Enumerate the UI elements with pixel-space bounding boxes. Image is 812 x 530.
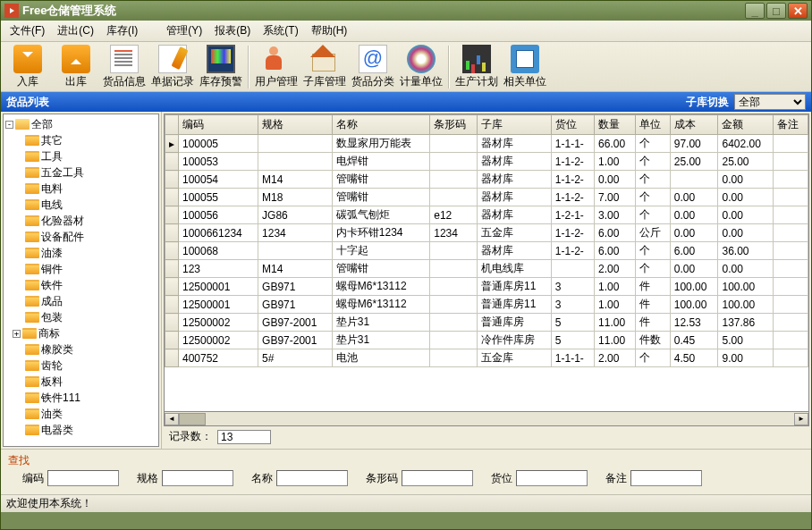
cell[interactable]: 数显家用万能表 bbox=[332, 135, 429, 153]
cell[interactable]: 件 bbox=[635, 314, 670, 332]
cell[interactable]: 个 bbox=[635, 206, 670, 224]
cell[interactable]: e12 bbox=[430, 206, 478, 224]
cell[interactable] bbox=[430, 314, 478, 332]
cell[interactable]: 3.00 bbox=[595, 206, 636, 224]
tree-node[interactable]: 五金工具 bbox=[5, 164, 156, 181]
cell[interactable]: JG86 bbox=[258, 206, 333, 224]
cell[interactable]: 6.00 bbox=[670, 242, 718, 260]
cell[interactable]: 5.00 bbox=[718, 332, 774, 349]
cell[interactable]: 电焊钳 bbox=[332, 153, 429, 171]
table-row[interactable]: 100068十字起器材库1-1-2-6.00个6.0036.00 bbox=[165, 242, 808, 260]
cell[interactable] bbox=[774, 278, 808, 296]
cell[interactable] bbox=[258, 135, 333, 153]
cell[interactable]: 100.00 bbox=[718, 296, 774, 314]
cell[interactable]: 个 bbox=[635, 171, 670, 189]
menu-item[interactable]: 库存(I) bbox=[101, 21, 143, 40]
cell[interactable]: 9.00 bbox=[718, 349, 774, 367]
cell[interactable]: M14 bbox=[258, 260, 333, 278]
cell[interactable]: 100055 bbox=[179, 189, 258, 206]
table-row[interactable]: 100053电焊钳器材库1-1-2-1.00个25.0025.00 bbox=[165, 153, 808, 171]
menu-item[interactable]: 报表(B) bbox=[209, 21, 256, 40]
toolbar-入库[interactable]: 入库 bbox=[4, 44, 51, 90]
cell[interactable]: 器材库 bbox=[478, 171, 552, 189]
cell[interactable]: 1.00 bbox=[595, 296, 636, 314]
table-row[interactable]: 12500001GB971螺母M6*13112普通库房1131.00件100.0… bbox=[165, 296, 808, 314]
cell[interactable]: 1-1-1- bbox=[551, 135, 594, 153]
cell[interactable]: 25.00 bbox=[670, 153, 718, 171]
column-header[interactable]: 编码 bbox=[179, 115, 258, 135]
tree-node[interactable]: 成品 bbox=[5, 293, 156, 309]
cell[interactable] bbox=[774, 135, 808, 153]
cell[interactable]: 机电线库 bbox=[478, 260, 552, 278]
cell[interactable]: GB971 bbox=[258, 296, 333, 314]
cell[interactable]: 12500002 bbox=[179, 332, 258, 349]
toolbar-生产计划[interactable]: 生产计划 bbox=[453, 44, 500, 90]
cell[interactable] bbox=[258, 153, 333, 171]
cell[interactable]: 电池 bbox=[332, 349, 429, 367]
expand-icon[interactable]: + bbox=[13, 330, 21, 338]
tree-node[interactable]: 工具 bbox=[5, 148, 156, 164]
cell[interactable]: 12500001 bbox=[179, 296, 258, 314]
cell[interactable]: 十字起 bbox=[332, 242, 429, 260]
table-row[interactable]: 123M14管嘴钳机电线库2.00个0.000.00 bbox=[165, 260, 808, 278]
cell[interactable]: 个 bbox=[635, 260, 670, 278]
cell[interactable]: 1-1-2- bbox=[551, 242, 594, 260]
cell[interactable]: 3 bbox=[551, 278, 594, 296]
cell[interactable] bbox=[774, 224, 808, 242]
cell[interactable]: 0.00 bbox=[718, 171, 774, 189]
cell[interactable]: 个 bbox=[635, 189, 670, 206]
tree-node[interactable]: 铁件 bbox=[5, 277, 156, 293]
column-header[interactable]: 金额 bbox=[718, 115, 774, 135]
cell[interactable]: 公斤 bbox=[635, 224, 670, 242]
scroll-left-button[interactable]: ◄ bbox=[165, 413, 179, 425]
cell[interactable]: GB971 bbox=[258, 278, 333, 296]
cell[interactable]: 3 bbox=[551, 296, 594, 314]
table-row[interactable]: 100054M14管嘴钳器材库1-1-2-0.00个0.00 bbox=[165, 171, 808, 189]
cell[interactable]: 个 bbox=[635, 135, 670, 153]
cell[interactable]: 1234 bbox=[258, 224, 333, 242]
tree-node[interactable]: 橡胶类 bbox=[5, 341, 156, 358]
cell[interactable] bbox=[774, 153, 808, 171]
cell[interactable]: GB97-2001 bbox=[258, 332, 333, 349]
cell[interactable]: 1-1-2- bbox=[551, 171, 594, 189]
cell[interactable] bbox=[670, 171, 718, 189]
cell[interactable]: 97.00 bbox=[670, 135, 718, 153]
cell[interactable]: 螺母M6*13112 bbox=[332, 296, 429, 314]
cell[interactable]: 100.00 bbox=[670, 296, 718, 314]
cell[interactable] bbox=[774, 260, 808, 278]
cell[interactable]: 100.00 bbox=[670, 278, 718, 296]
cell[interactable]: 器材库 bbox=[478, 153, 552, 171]
cell[interactable] bbox=[430, 153, 478, 171]
toolbar-出库[interactable]: 出库 bbox=[53, 44, 99, 90]
scroll-thumb[interactable] bbox=[179, 413, 206, 425]
column-header[interactable]: 货位 bbox=[551, 115, 594, 135]
cell[interactable] bbox=[774, 189, 808, 206]
cell[interactable] bbox=[430, 242, 478, 260]
tree-node[interactable]: 齿轮 bbox=[5, 358, 156, 374]
cell[interactable]: 1-1-2- bbox=[551, 224, 594, 242]
cell[interactable]: 11.00 bbox=[595, 314, 636, 332]
cell[interactable]: 器材库 bbox=[478, 189, 552, 206]
menu-item[interactable]: 系统(T) bbox=[258, 21, 303, 40]
sublib-select[interactable]: 全部 bbox=[734, 94, 806, 110]
cell[interactable]: 100053 bbox=[179, 153, 258, 171]
table-row[interactable]: 12500001GB971螺母M6*13112普通库房1131.00件100.0… bbox=[165, 278, 808, 296]
tree-node[interactable]: +商标 bbox=[5, 325, 156, 341]
cell[interactable]: 1-1-2- bbox=[551, 189, 594, 206]
cell[interactable]: 4.50 bbox=[670, 349, 718, 367]
cell[interactable]: 0.00 bbox=[718, 189, 774, 206]
table-row[interactable]: 12500002GB97-2001垫片31普通库房511.00件12.53137… bbox=[165, 314, 808, 332]
column-header[interactable]: 备注 bbox=[774, 115, 808, 135]
cell[interactable]: 1234 bbox=[430, 224, 478, 242]
cell[interactable] bbox=[774, 332, 808, 349]
cell[interactable]: 5# bbox=[258, 349, 333, 367]
horizontal-scrollbar[interactable]: ◄ ► bbox=[164, 412, 809, 426]
cell[interactable]: GB97-2001 bbox=[258, 314, 333, 332]
tree-node[interactable]: 铜件 bbox=[5, 261, 156, 277]
cell[interactable]: 个 bbox=[635, 242, 670, 260]
toolbar-货品分类[interactable]: 货品分类 bbox=[350, 44, 396, 90]
cell[interactable]: 器材库 bbox=[478, 206, 552, 224]
column-header[interactable]: 单位 bbox=[635, 115, 670, 135]
cell[interactable]: 1.00 bbox=[595, 278, 636, 296]
cell[interactable]: 普通库房11 bbox=[478, 296, 552, 314]
